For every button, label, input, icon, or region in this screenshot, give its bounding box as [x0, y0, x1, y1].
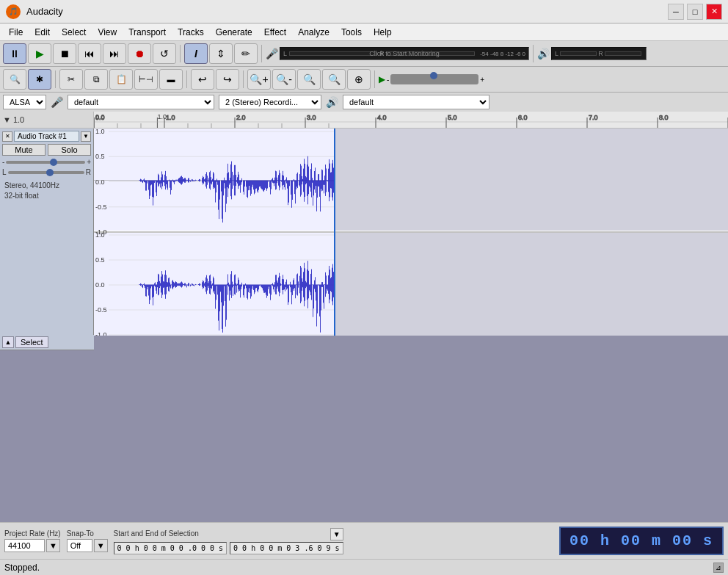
- device-toolbar: ALSA 🎤 default 2 (Stereo) Recordi... 🔊 d…: [0, 93, 728, 112]
- record-button[interactable]: ⏺: [128, 43, 151, 64]
- expand-icon[interactable]: ▲: [2, 336, 14, 348]
- output-device-select[interactable]: default: [343, 95, 489, 109]
- ruler-timeline[interactable]: 0.0 1.0 0.0 1.0: [94, 112, 728, 128]
- output-meter[interactable]: L R: [551, 47, 647, 60]
- ruler-svg: 0.0 1.0 0.0 1.0: [94, 112, 728, 128]
- pan-slider-thumb[interactable]: [46, 169, 54, 176]
- snap-to-label: Snap-To: [67, 529, 108, 538]
- empty-track-area: [0, 351, 728, 522]
- menu-bar: File Edit Select View Transport Tracks G…: [0, 23, 728, 41]
- track-control-panel: ✕ Audio Track #1 ▼ Mute Solo - +: [0, 129, 94, 335]
- selection-tool-button[interactable]: I: [184, 43, 208, 64]
- menu-view[interactable]: View: [92, 26, 123, 39]
- copy-btn[interactable]: ⧉: [84, 69, 108, 90]
- menu-effect[interactable]: Effect: [258, 26, 292, 39]
- toolbar-separator-3: [533, 45, 534, 62]
- toolbar-separator-5: [186, 70, 187, 88]
- zoom-out-tool-btn[interactable]: 🔍-: [272, 69, 296, 90]
- pause-button[interactable]: ⏸: [3, 43, 26, 64]
- menu-tracks[interactable]: Tracks: [172, 26, 210, 39]
- skip-end-button[interactable]: ⏭: [103, 43, 126, 64]
- gain-max-label: +: [87, 158, 91, 166]
- zoom-norm-btn[interactable]: ⊕: [347, 69, 371, 90]
- redo-btn[interactable]: ↪: [216, 69, 239, 90]
- toolbar-separator-4: [55, 70, 56, 88]
- undo-btn[interactable]: ↩: [191, 69, 214, 90]
- gain-min-label: -: [2, 158, 4, 166]
- device-speaker-icon: 🔊: [326, 96, 338, 108]
- stop-button[interactable]: ⏹: [53, 43, 76, 64]
- close-button[interactable]: ✕: [706, 4, 722, 20]
- skip-start-button[interactable]: ⏮: [78, 43, 101, 64]
- waveform-display[interactable]: [94, 129, 728, 336]
- menu-analyze[interactable]: Analyze: [292, 26, 335, 39]
- ruler: ▼ 1.0 0.0 1.0 0.0: [0, 112, 728, 129]
- menu-select[interactable]: Select: [56, 26, 92, 39]
- track-close-button[interactable]: ✕: [2, 131, 12, 142]
- ruler-track-panel: ▼ 1.0: [0, 112, 94, 128]
- project-rate-label: Project Rate (Hz): [4, 529, 61, 538]
- draw-tool-button[interactable]: ✏: [234, 43, 258, 64]
- bottom-toolbar: Project Rate (Hz) 44100 ▼ Snap-To Off ▼ …: [0, 522, 728, 559]
- input-meter[interactable]: L R Click to Start Monitoring -54 -48 8 …: [280, 47, 529, 60]
- audio-track: ✕ Audio Track #1 ▼ Mute Solo - +: [0, 129, 728, 336]
- menu-tools[interactable]: Tools: [335, 26, 368, 39]
- maximize-button[interactable]: □: [687, 4, 703, 20]
- snap-to-value[interactable]: Off: [67, 539, 92, 552]
- gain-row: - +: [2, 158, 91, 166]
- project-rate-group: Project Rate (Hz) 44100 ▼: [4, 529, 61, 552]
- waveform-canvas[interactable]: [94, 129, 728, 336]
- solo-button[interactable]: Solo: [48, 144, 91, 156]
- project-rate-value[interactable]: 44100: [4, 539, 45, 552]
- host-select[interactable]: ALSA: [3, 95, 46, 109]
- title-left: 🎵 Audacity: [6, 4, 63, 19]
- cut-btn[interactable]: ✂: [59, 69, 83, 90]
- track-info: Stereo, 44100Hz32-bit float: [2, 178, 91, 203]
- input-device-select[interactable]: default: [68, 95, 214, 109]
- channels-select[interactable]: 2 (Stereo) Recordi...: [219, 95, 321, 109]
- project-rate-dropdown[interactable]: ▼: [46, 539, 60, 552]
- speed-slider[interactable]: [390, 74, 478, 84]
- play-icon-small: ▶: [379, 74, 385, 84]
- track-bottom-bar: ▲ Select: [0, 335, 94, 350]
- paste-btn[interactable]: 📋: [109, 69, 133, 90]
- play-button[interactable]: ▶: [28, 43, 51, 64]
- svg-text:1.0: 1.0: [166, 114, 175, 121]
- gain-slider-track[interactable]: [6, 161, 85, 164]
- toolbar-separator-2: [261, 45, 262, 62]
- minimize-button[interactable]: ─: [668, 4, 684, 20]
- mute-button[interactable]: Mute: [2, 144, 46, 156]
- resize-handle[interactable]: ⊿: [713, 563, 724, 573]
- zoom-in-btn[interactable]: 🔍: [3, 69, 26, 90]
- loop-button[interactable]: ↺: [153, 43, 176, 64]
- selection-group: Start and End of Selection ▼ 0 0 h 0 0 m…: [114, 528, 343, 554]
- gain-slider-thumb[interactable]: [50, 159, 57, 166]
- track-header: ✕ Audio Track #1 ▼: [2, 131, 91, 142]
- selection-start-field[interactable]: 0 0 h 0 0 m 0 0 .0 0 0 s: [114, 542, 228, 554]
- selection-dropdown[interactable]: ▼: [330, 528, 343, 540]
- select-button[interactable]: Select: [15, 336, 48, 348]
- snap-to-dropdown[interactable]: ▼: [94, 539, 108, 552]
- envelope-tool-button[interactable]: ⇕: [209, 43, 233, 64]
- multi-tool-btn[interactable]: ✱: [28, 69, 51, 90]
- trim-btn[interactable]: ⊢⊣: [134, 69, 158, 90]
- tracks-container: ✕ Audio Track #1 ▼ Mute Solo - +: [0, 129, 728, 522]
- fit-sel-btn[interactable]: 🔍: [322, 69, 346, 90]
- menu-file[interactable]: File: [3, 26, 29, 39]
- menu-edit[interactable]: Edit: [29, 26, 56, 39]
- svg-rect-0: [94, 112, 728, 128]
- track-name-button[interactable]: Audio Track #1: [14, 131, 79, 142]
- mic-icon[interactable]: 🎤: [266, 48, 278, 59]
- speaker-icon[interactable]: 🔊: [537, 48, 550, 59]
- fit-project-btn[interactable]: 🔍: [297, 69, 321, 90]
- selection-end-field[interactable]: 0 0 h 0 0 m 0 3 .6 0 9 s: [230, 542, 343, 554]
- svg-text:6.0: 6.0: [518, 114, 528, 121]
- svg-text:8.0: 8.0: [659, 114, 669, 121]
- menu-help[interactable]: Help: [368, 26, 398, 39]
- track-collapse-button[interactable]: ▼: [81, 131, 91, 142]
- zoom-in-tool-btn[interactable]: 🔍+: [247, 69, 271, 90]
- menu-generate[interactable]: Generate: [210, 26, 258, 39]
- menu-transport[interactable]: Transport: [123, 26, 172, 39]
- silence-btn[interactable]: ▬: [159, 69, 183, 90]
- pan-slider-track[interactable]: [8, 171, 84, 174]
